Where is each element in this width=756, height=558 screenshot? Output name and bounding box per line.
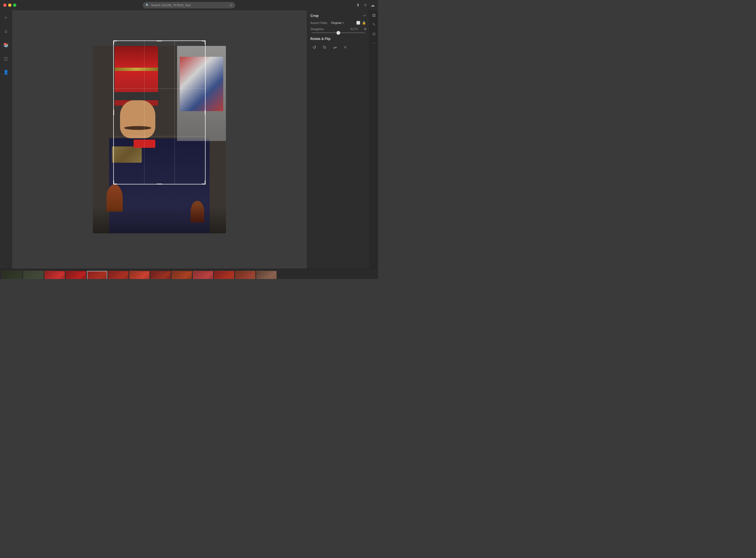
aspect-ratio-label: Aspect Ratio (310, 21, 330, 24)
traffic-lights (3, 3, 16, 7)
crop-overlay[interactable] (113, 41, 206, 184)
slider-track (311, 32, 365, 33)
canvas-area (12, 10, 307, 269)
filmstrip-thumb-7[interactable] (129, 271, 150, 279)
filmstrip-thumb-9[interactable] (172, 271, 192, 279)
filter-icon[interactable]: ⊟ (230, 3, 232, 7)
cloud-icon[interactable]: ☁ (371, 3, 375, 8)
straighten-row: Straighten AUTO 0 (310, 27, 366, 31)
filmstrip-thumb-12[interactable] (235, 271, 256, 279)
filmstrip-thumb-13[interactable] (256, 271, 277, 279)
filmstrip-thumb-8[interactable] (151, 271, 171, 279)
aspect-ratio-row: Aspect Ratio Original ▾ ⬜ 🔒 (310, 21, 366, 25)
crop-corner-tl[interactable] (113, 41, 117, 44)
crop-handle-left[interactable] (113, 110, 114, 115)
crop-handle-top[interactable] (157, 41, 162, 41)
crop-tool-icon[interactable]: ⊡ (372, 13, 375, 17)
aspect-ratio-text: Original (331, 21, 341, 24)
heal-tool-icon[interactable]: ✎ (372, 22, 375, 27)
flip-horizontal-button[interactable]: ⇌ (331, 44, 339, 51)
filmstrip-thumb-3[interactable] (45, 271, 65, 279)
straighten-label: Straighten (310, 27, 330, 31)
crop-lock-icons: ⬜ 🔒 (356, 21, 366, 25)
rotate-right-button[interactable]: ↻ (321, 44, 328, 51)
filmstrip-thumb-10[interactable] (193, 271, 213, 279)
reset-icon[interactable]: ↩ (363, 14, 366, 18)
crop-corner-br[interactable] (202, 181, 206, 184)
panel-header: Crop ↩ (310, 14, 366, 18)
auto-label[interactable]: AUTO (350, 28, 358, 31)
filmstrip-thumb-6[interactable] (108, 271, 128, 279)
radial-tool-icon[interactable]: ◎ (372, 31, 375, 36)
rotate-flip-title: Rotate & Flip (310, 37, 366, 41)
crop-lock-icon[interactable]: 🔒 (362, 21, 366, 25)
panel-title: Crop (310, 14, 318, 18)
main-layout: + ⌂ 📚 ◫ 👤 (0, 10, 378, 269)
crop-grid-v1 (144, 41, 145, 184)
filmstrip-thumb-2[interactable] (23, 271, 44, 279)
filmstrip-thumb-1[interactable] (2, 271, 23, 279)
panel-content: Crop ↩ Aspect Ratio Original ▾ ⬜ 🔒 Strai… (307, 10, 369, 269)
titlebar-actions: ⬆ ? ☁ (356, 3, 375, 8)
search-text: Search 191105_YF3518_Test (151, 3, 228, 7)
help-icon[interactable]: ? (364, 3, 366, 8)
more-tools-icon[interactable]: ··· (372, 41, 375, 45)
sidebar-item-add[interactable]: + (2, 14, 10, 22)
search-bar[interactable]: 🔍 Search 191105_YF3518_Test ⊟ (143, 2, 235, 8)
minimize-button[interactable] (8, 3, 11, 7)
flip-vertical-button[interactable]: ⌗ (341, 44, 349, 51)
crop-handle-right[interactable] (205, 110, 206, 115)
rotate-left-button[interactable]: ↺ (310, 44, 318, 51)
crop-grid-h1 (114, 88, 205, 89)
maximize-button[interactable] (13, 3, 16, 7)
sidebar-item-home[interactable]: ⌂ (2, 27, 10, 35)
sidebar-item-people[interactable]: 👤 (2, 68, 10, 76)
crop-portrait-icon[interactable]: ⬜ (356, 21, 360, 25)
aspect-ratio-dropdown-arrow[interactable]: ▾ (342, 22, 344, 24)
rotate-flip-buttons: ↺ ↻ ⇌ ⌗ (310, 44, 366, 51)
straighten-slider[interactable] (310, 32, 366, 33)
close-button[interactable] (3, 3, 6, 7)
left-sidebar: + ⌂ 📚 ◫ 👤 (0, 10, 12, 269)
crop-handle-bottom[interactable] (157, 184, 162, 184)
aspect-ratio-value[interactable]: Original ▾ (331, 21, 344, 24)
filmstrip (0, 269, 378, 279)
slider-thumb[interactable] (336, 31, 340, 35)
filmstrip-thumb-5-active[interactable] (87, 271, 107, 279)
crop-corner-bl[interactable] (113, 181, 117, 184)
titlebar: 🔍 Search 191105_YF3518_Test ⊟ ⬆ ? ☁ (0, 0, 378, 10)
search-icon: 🔍 (146, 3, 149, 7)
sidebar-item-library[interactable]: 📚 (2, 41, 10, 49)
crop-grid-v2 (175, 41, 175, 184)
photo-container (93, 46, 226, 233)
sidebar-item-develop[interactable]: ◫ (2, 54, 10, 62)
crop-corner-tr[interactable] (202, 41, 206, 44)
straighten-value: 0 (361, 27, 366, 31)
share-icon[interactable]: ⬆ (356, 3, 360, 8)
filmstrip-thumb-4[interactable] (66, 271, 86, 279)
right-tool-strip: ⊡ ✎ ◎ ··· (369, 10, 378, 269)
filmstrip-thumb-11[interactable] (214, 271, 234, 279)
right-panel: Crop ↩ Aspect Ratio Original ▾ ⬜ 🔒 Strai… (307, 10, 369, 269)
crop-grid-h2 (114, 136, 205, 136)
